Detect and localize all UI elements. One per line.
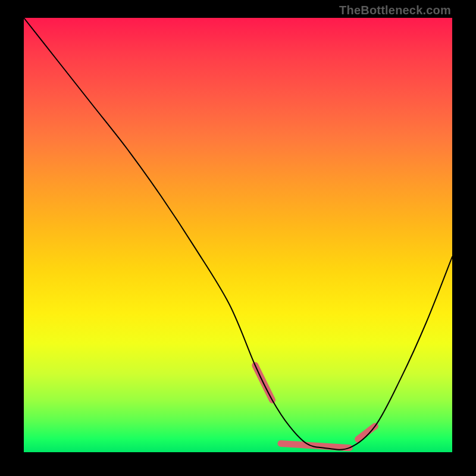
curve-layer xyxy=(24,18,452,452)
plot-area xyxy=(24,18,452,452)
watermark-text: TheBottleneck.com xyxy=(339,4,451,17)
highlight-right-shoulder xyxy=(358,426,375,439)
bottleneck-curve xyxy=(24,18,452,450)
chart-frame: TheBottleneck.com xyxy=(0,0,476,476)
highlight-left-shoulder xyxy=(255,365,273,400)
highlight-valley-floor xyxy=(281,443,349,447)
